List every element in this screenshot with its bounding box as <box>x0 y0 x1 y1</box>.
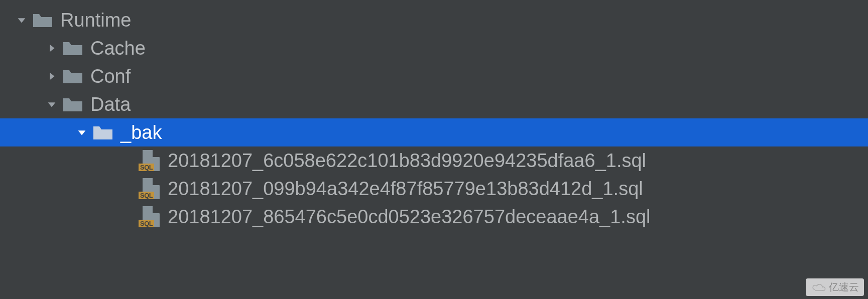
folder-icon <box>62 68 83 84</box>
tree-folder-data[interactable]: Data <box>0 90 868 118</box>
sql-file-icon: SQL <box>139 150 161 171</box>
tree-file-sql[interactable]: SQL 20181207_865476c5e0cd0523e326757dece… <box>0 203 868 231</box>
tree-file-sql[interactable]: SQL 20181207_6c058e622c101b83d9920e94235… <box>0 146 868 175</box>
tree-folder-bak[interactable]: _bak <box>0 118 868 146</box>
folder-label: Cache <box>90 38 146 59</box>
folder-label: Data <box>90 94 131 115</box>
folder-icon <box>92 124 113 140</box>
folder-label: Runtime <box>60 10 132 31</box>
chevron-right-icon[interactable] <box>44 43 59 54</box>
sql-file-icon: SQL <box>139 178 161 199</box>
chevron-down-icon[interactable] <box>74 127 89 138</box>
file-label: 20181207_6c058e622c101b83d9920e94235dfaa… <box>168 150 646 172</box>
chevron-right-icon[interactable] <box>44 71 59 82</box>
file-label: 20181207_865476c5e0cd0523e326757deceaae4… <box>168 206 651 228</box>
watermark-text: 亿速云 <box>829 280 859 294</box>
chevron-down-icon[interactable] <box>44 99 59 110</box>
folder-icon <box>62 40 83 56</box>
folder-icon <box>32 12 53 28</box>
folder-label: Conf <box>90 66 131 87</box>
watermark: 亿速云 <box>806 278 864 296</box>
cloud-icon <box>811 282 826 292</box>
chevron-down-icon[interactable] <box>14 15 29 26</box>
tree-folder-cache[interactable]: Cache <box>0 34 868 62</box>
tree-file-sql[interactable]: SQL 20181207_099b94a342e4f87f85779e13b83… <box>0 175 868 203</box>
tree-folder-conf[interactable]: Conf <box>0 62 868 90</box>
file-tree: Runtime Cache Conf Data <box>0 0 868 231</box>
sql-file-icon: SQL <box>139 206 161 227</box>
folder-icon <box>62 96 83 112</box>
folder-label: _bak <box>120 122 162 143</box>
file-label: 20181207_099b94a342e4f87f85779e13b83d412… <box>168 178 643 200</box>
tree-folder-runtime[interactable]: Runtime <box>0 6 868 34</box>
